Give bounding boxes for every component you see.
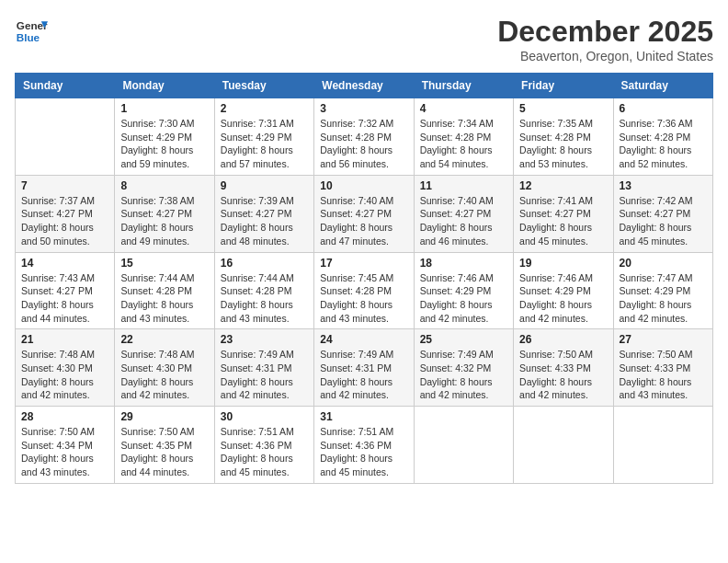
cell-info-text: Sunrise: 7:50 AM Sunset: 4:33 PM Dayligh… (519, 348, 607, 402)
calendar-cell: 19Sunrise: 7:46 AM Sunset: 4:29 PM Dayli… (514, 252, 613, 329)
cell-day-number: 28 (21, 410, 108, 423)
cell-day-number: 20 (620, 257, 707, 270)
calendar-cell: 22Sunrise: 7:48 AM Sunset: 4:30 PM Dayli… (115, 329, 214, 407)
cell-day-number: 3 (320, 102, 407, 115)
cell-info-text: Sunrise: 7:47 AM Sunset: 4:29 PM Dayligh… (620, 271, 707, 326)
cell-day-number: 24 (320, 333, 407, 346)
weekday-header: Monday (115, 74, 214, 98)
calendar-cell: 23Sunrise: 7:49 AM Sunset: 4:31 PM Dayli… (214, 329, 313, 407)
cell-day-number: 26 (519, 333, 607, 346)
calendar-cell: 25Sunrise: 7:49 AM Sunset: 4:32 PM Dayli… (414, 329, 513, 407)
calendar-cell: 6Sunrise: 7:36 AM Sunset: 4:28 PM Daylig… (613, 98, 712, 176)
cell-info-text: Sunrise: 7:41 AM Sunset: 4:27 PM Dayligh… (519, 194, 607, 248)
calendar-cell: 2Sunrise: 7:31 AM Sunset: 4:29 PM Daylig… (214, 98, 313, 176)
cell-info-text: Sunrise: 7:45 AM Sunset: 4:28 PM Dayligh… (320, 271, 407, 326)
cell-day-number: 13 (620, 179, 707, 192)
calendar-cell: 21Sunrise: 7:48 AM Sunset: 4:30 PM Dayli… (16, 329, 115, 407)
cell-day-number: 15 (120, 257, 208, 270)
cell-day-number: 4 (420, 102, 507, 115)
calendar-cell (414, 407, 513, 484)
calendar-cell: 29Sunrise: 7:50 AM Sunset: 4:35 PM Dayli… (115, 407, 214, 484)
calendar-cell: 1Sunrise: 7:30 AM Sunset: 4:29 PM Daylig… (115, 98, 214, 176)
cell-info-text: Sunrise: 7:46 AM Sunset: 4:29 PM Dayligh… (420, 271, 507, 326)
calendar-cell: 31Sunrise: 7:51 AM Sunset: 4:36 PM Dayli… (314, 407, 414, 484)
cell-day-number: 7 (21, 179, 108, 192)
cell-day-number: 14 (21, 257, 108, 270)
cell-info-text: Sunrise: 7:49 AM Sunset: 4:31 PM Dayligh… (221, 348, 308, 402)
svg-text:Blue: Blue (17, 31, 40, 43)
calendar-cell: 18Sunrise: 7:46 AM Sunset: 4:29 PM Dayli… (414, 252, 513, 329)
cell-day-number: 16 (221, 257, 308, 270)
cell-day-number: 22 (120, 333, 208, 346)
cell-info-text: Sunrise: 7:42 AM Sunset: 4:27 PM Dayligh… (620, 194, 707, 248)
cell-info-text: Sunrise: 7:43 AM Sunset: 4:27 PM Dayligh… (21, 271, 108, 326)
cell-info-text: Sunrise: 7:50 AM Sunset: 4:33 PM Dayligh… (620, 348, 707, 402)
calendar-cell: 10Sunrise: 7:40 AM Sunset: 4:27 PM Dayli… (314, 175, 414, 252)
calendar-header: SundayMondayTuesdayWednesdayThursdayFrid… (16, 74, 713, 98)
calendar-cell: 13Sunrise: 7:42 AM Sunset: 4:27 PM Dayli… (613, 175, 712, 252)
calendar-cell: 30Sunrise: 7:51 AM Sunset: 4:36 PM Dayli… (214, 407, 313, 484)
cell-day-number: 25 (420, 333, 507, 346)
svg-text:General: General (17, 19, 48, 31)
weekday-header: Saturday (613, 74, 712, 98)
location-title: Beaverton, Oregon, United States (497, 49, 713, 63)
cell-info-text: Sunrise: 7:49 AM Sunset: 4:31 PM Dayligh… (320, 348, 407, 402)
calendar-cell: 24Sunrise: 7:49 AM Sunset: 4:31 PM Dayli… (314, 329, 414, 407)
cell-info-text: Sunrise: 7:30 AM Sunset: 4:29 PM Dayligh… (120, 117, 208, 171)
calendar-cell: 11Sunrise: 7:40 AM Sunset: 4:27 PM Dayli… (414, 175, 513, 252)
logo-icon: General Blue (15, 15, 48, 48)
header-row: SundayMondayTuesdayWednesdayThursdayFrid… (16, 74, 713, 98)
title-area: December 2025 Beaverton, Oregon, United … (497, 15, 713, 63)
calendar-row: 28Sunrise: 7:50 AM Sunset: 4:34 PM Dayli… (16, 407, 713, 484)
cell-day-number: 12 (519, 179, 607, 192)
calendar-cell: 20Sunrise: 7:47 AM Sunset: 4:29 PM Dayli… (613, 252, 712, 329)
weekday-header: Wednesday (314, 74, 414, 98)
calendar-cell: 15Sunrise: 7:44 AM Sunset: 4:28 PM Dayli… (115, 252, 214, 329)
cell-info-text: Sunrise: 7:35 AM Sunset: 4:28 PM Dayligh… (519, 117, 607, 171)
cell-day-number: 31 (320, 410, 407, 423)
calendar-cell (613, 407, 712, 484)
cell-day-number: 2 (221, 102, 308, 115)
cell-info-text: Sunrise: 7:34 AM Sunset: 4:28 PM Dayligh… (420, 117, 507, 171)
weekday-header: Tuesday (214, 74, 313, 98)
cell-info-text: Sunrise: 7:51 AM Sunset: 4:36 PM Dayligh… (221, 425, 308, 479)
cell-info-text: Sunrise: 7:39 AM Sunset: 4:27 PM Dayligh… (221, 194, 308, 248)
calendar-cell: 27Sunrise: 7:50 AM Sunset: 4:33 PM Dayli… (613, 329, 712, 407)
calendar-cell: 5Sunrise: 7:35 AM Sunset: 4:28 PM Daylig… (514, 98, 613, 176)
cell-day-number: 30 (221, 410, 308, 423)
cell-info-text: Sunrise: 7:32 AM Sunset: 4:28 PM Dayligh… (320, 117, 407, 171)
cell-info-text: Sunrise: 7:48 AM Sunset: 4:30 PM Dayligh… (21, 348, 108, 402)
weekday-header: Sunday (16, 74, 115, 98)
calendar-row: 21Sunrise: 7:48 AM Sunset: 4:30 PM Dayli… (16, 329, 713, 407)
cell-day-number: 21 (21, 333, 108, 346)
calendar-table: SundayMondayTuesdayWednesdayThursdayFrid… (15, 73, 713, 484)
calendar-body: 1Sunrise: 7:30 AM Sunset: 4:29 PM Daylig… (16, 98, 713, 484)
cell-day-number: 27 (620, 333, 707, 346)
cell-info-text: Sunrise: 7:40 AM Sunset: 4:27 PM Dayligh… (420, 194, 507, 248)
calendar-cell: 4Sunrise: 7:34 AM Sunset: 4:28 PM Daylig… (414, 98, 513, 176)
cell-info-text: Sunrise: 7:51 AM Sunset: 4:36 PM Dayligh… (320, 425, 407, 479)
weekday-header: Thursday (414, 74, 513, 98)
weekday-header: Friday (514, 74, 613, 98)
cell-info-text: Sunrise: 7:31 AM Sunset: 4:29 PM Dayligh… (221, 117, 308, 171)
calendar-cell: 16Sunrise: 7:44 AM Sunset: 4:28 PM Dayli… (214, 252, 313, 329)
cell-day-number: 11 (420, 179, 507, 192)
cell-day-number: 6 (620, 102, 707, 115)
calendar-cell: 17Sunrise: 7:45 AM Sunset: 4:28 PM Dayli… (314, 252, 414, 329)
cell-info-text: Sunrise: 7:40 AM Sunset: 4:27 PM Dayligh… (320, 194, 407, 248)
cell-day-number: 10 (320, 179, 407, 192)
cell-day-number: 5 (519, 102, 607, 115)
cell-info-text: Sunrise: 7:44 AM Sunset: 4:28 PM Dayligh… (221, 271, 308, 326)
cell-day-number: 18 (420, 257, 507, 270)
cell-info-text: Sunrise: 7:38 AM Sunset: 4:27 PM Dayligh… (120, 194, 208, 248)
cell-day-number: 9 (221, 179, 308, 192)
cell-info-text: Sunrise: 7:46 AM Sunset: 4:29 PM Dayligh… (519, 271, 607, 326)
cell-info-text: Sunrise: 7:50 AM Sunset: 4:34 PM Dayligh… (21, 425, 108, 479)
calendar-row: 1Sunrise: 7:30 AM Sunset: 4:29 PM Daylig… (16, 98, 713, 176)
cell-day-number: 17 (320, 257, 407, 270)
cell-day-number: 19 (519, 257, 607, 270)
calendar-cell: 12Sunrise: 7:41 AM Sunset: 4:27 PM Dayli… (514, 175, 613, 252)
calendar-cell: 7Sunrise: 7:37 AM Sunset: 4:27 PM Daylig… (16, 175, 115, 252)
cell-info-text: Sunrise: 7:48 AM Sunset: 4:30 PM Dayligh… (120, 348, 208, 402)
calendar-cell: 3Sunrise: 7:32 AM Sunset: 4:28 PM Daylig… (314, 98, 414, 176)
